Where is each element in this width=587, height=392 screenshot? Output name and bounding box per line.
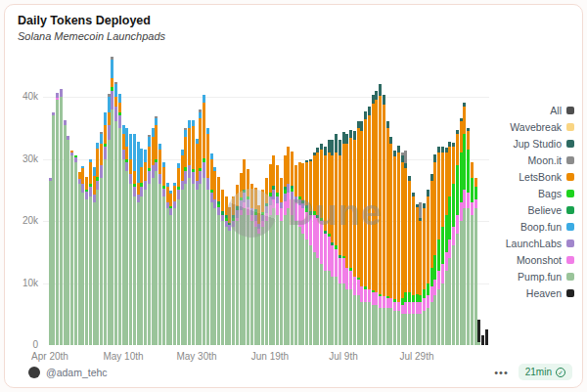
bar-jul-19[interactable]: [379, 84, 382, 345]
bar-apr-20[interactable]: [49, 178, 52, 345]
bar-apr-29[interactable]: [81, 166, 84, 345]
bar-jul-15[interactable]: [364, 111, 367, 345]
bar-jul-2[interactable]: [316, 148, 319, 345]
bar-jul-20[interactable]: [383, 95, 385, 345]
bar-jun-10[interactable]: [236, 185, 239, 345]
legend-item-launchlabs[interactable]: LaunchLabs: [506, 235, 574, 251]
bar-jul-23[interactable]: [393, 151, 396, 345]
legend-item-boop-fun[interactable]: Boop.fun: [506, 218, 574, 235]
bar-jun-21[interactable]: [276, 165, 279, 345]
bar-jul-25[interactable]: [401, 152, 404, 345]
bar-jun-19[interactable]: [269, 164, 272, 345]
bar-aug-6[interactable]: [445, 148, 448, 345]
bar-apr-25[interactable]: [67, 136, 69, 345]
bar-aug-1[interactable]: [427, 190, 429, 345]
legend-item-pump-fun[interactable]: Pump.fun: [506, 268, 574, 284]
bar-may-4[interactable]: [100, 132, 103, 345]
bar-jul-21[interactable]: [386, 121, 389, 345]
bar-jul-9[interactable]: [342, 132, 345, 345]
bar-may-27[interactable]: [184, 128, 187, 345]
bar-aug-2[interactable]: [430, 174, 433, 345]
bar-jun-3[interactable]: [210, 153, 213, 345]
legend-item-heaven[interactable]: Heaven: [506, 284, 574, 301]
bar-may-12[interactable]: [129, 134, 132, 345]
bar-may-26[interactable]: [181, 150, 184, 345]
bar-aug-11[interactable]: [463, 103, 466, 345]
bar-jul-5[interactable]: [328, 140, 331, 345]
bar-jun-18[interactable]: [265, 178, 268, 345]
bar-jun-6[interactable]: [221, 190, 224, 345]
bar-aug-9[interactable]: [456, 130, 459, 345]
bar-jul-18[interactable]: [375, 91, 378, 345]
bar-jun-14[interactable]: [250, 184, 253, 345]
bar-jun-16[interactable]: [257, 205, 260, 346]
bar-may-21[interactable]: [162, 162, 165, 345]
legend-item-believe[interactable]: Believe: [506, 201, 574, 218]
bar-jun-2[interactable]: [206, 128, 209, 345]
bar-jun-25[interactable]: [291, 152, 294, 345]
bar-aug-3[interactable]: [433, 154, 436, 345]
bar-aug-15[interactable]: [477, 320, 480, 345]
bar-jul-11[interactable]: [349, 130, 352, 345]
bar-aug-5[interactable]: [441, 147, 444, 345]
bar-apr-26[interactable]: [70, 151, 73, 345]
legend-item-wavebreak[interactable]: Wavebreak: [506, 118, 574, 135]
bar-jun-8[interactable]: [228, 207, 231, 345]
bar-may-19[interactable]: [155, 116, 158, 345]
bar-jul-26[interactable]: [404, 151, 407, 345]
bar-jun-9[interactable]: [232, 196, 235, 345]
bar-jul-22[interactable]: [389, 137, 392, 345]
more-options-button[interactable]: •••: [494, 367, 509, 378]
bar-jul-1[interactable]: [313, 152, 316, 345]
bar-aug-7[interactable]: [448, 142, 451, 345]
bar-jul-6[interactable]: [331, 140, 334, 345]
bar-aug-4[interactable]: [437, 147, 440, 345]
bar-jun-27[interactable]: [298, 162, 301, 345]
bar-aug-17[interactable]: [485, 329, 488, 346]
data-freshness-badge[interactable]: 21min ✓: [519, 364, 572, 380]
bar-jun-13[interactable]: [247, 169, 249, 345]
bar-jul-29[interactable]: [416, 204, 419, 345]
bar-may-5[interactable]: [104, 112, 107, 345]
bar-jul-8[interactable]: [339, 140, 341, 345]
bar-apr-23[interactable]: [60, 89, 63, 345]
bar-apr-28[interactable]: [78, 172, 81, 345]
bar-may-30[interactable]: [196, 139, 199, 345]
author-link[interactable]: @adam_tehc: [28, 367, 108, 378]
bar-jun-29[interactable]: [305, 160, 308, 345]
bar-jun-15[interactable]: [254, 188, 257, 345]
bar-apr-24[interactable]: [64, 120, 67, 346]
bar-aug-12[interactable]: [467, 128, 470, 345]
bar-jul-24[interactable]: [397, 146, 400, 345]
bar-jul-17[interactable]: [372, 95, 375, 346]
bar-jun-28[interactable]: [301, 163, 304, 345]
plot-area[interactable]: [43, 55, 489, 345]
bar-jul-28[interactable]: [412, 193, 415, 345]
bar-may-6[interactable]: [108, 94, 111, 345]
legend-item-moon-it[interactable]: Moon.it: [506, 152, 574, 168]
bar-jun-20[interactable]: [272, 155, 275, 345]
bar-jun-23[interactable]: [284, 155, 287, 345]
bar-may-9[interactable]: [118, 94, 121, 345]
bar-may-7[interactable]: [111, 57, 113, 345]
bar-jul-30[interactable]: [419, 202, 422, 345]
bar-jun-26[interactable]: [294, 165, 297, 345]
bar-may-14[interactable]: [137, 142, 140, 345]
bar-may-3[interactable]: [96, 143, 99, 345]
bar-may-23[interactable]: [169, 191, 172, 345]
bar-jul-10[interactable]: [345, 134, 348, 345]
bar-jul-7[interactable]: [335, 134, 338, 345]
bar-aug-10[interactable]: [460, 118, 463, 345]
bar-jul-3[interactable]: [320, 144, 323, 345]
bar-aug-8[interactable]: [452, 143, 455, 345]
bar-jul-13[interactable]: [357, 121, 360, 345]
bar-may-20[interactable]: [158, 144, 161, 345]
bar-jun-17[interactable]: [261, 190, 264, 345]
bar-jun-11[interactable]: [240, 173, 243, 346]
bar-apr-27[interactable]: [74, 155, 77, 345]
bar-may-1[interactable]: [89, 159, 92, 345]
bar-may-24[interactable]: [173, 183, 176, 345]
bar-jun-30[interactable]: [309, 159, 312, 345]
bar-may-15[interactable]: [140, 149, 143, 345]
bar-may-8[interactable]: [114, 82, 117, 345]
